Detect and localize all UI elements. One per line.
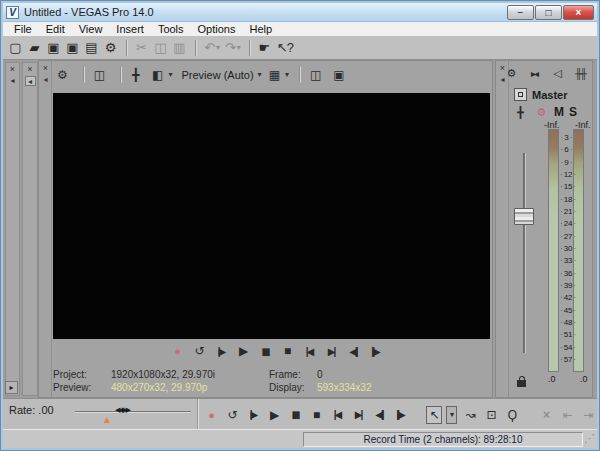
dim-output-speaker-icon[interactable]: ◁ — [549, 65, 565, 83]
next-frame-button[interactable]: ||▶ — [392, 406, 408, 424]
save-snapshot-button[interactable]: ▣ — [332, 66, 350, 84]
previous-frame-button[interactable]: ◀|| — [345, 342, 361, 360]
loop-playback-button[interactable]: ↺ — [224, 406, 240, 424]
meter-value-left: .0 — [548, 374, 556, 384]
zoom-edit-tool-button[interactable]: Ϙ — [504, 406, 520, 424]
collapsed-dock-window-2[interactable]: × ◂ — [22, 62, 38, 396]
split-screen-view-button[interactable]: ◧ ▾ — [151, 66, 173, 84]
mixer-panel-grip[interactable]: × ◂ — [496, 61, 509, 397]
save-project-button[interactable]: ▣ — [46, 39, 62, 57]
collapse-arrow-icon[interactable]: ◂ — [7, 76, 18, 86]
redo-button[interactable]: ↷ ▾ — [224, 39, 242, 57]
copy-snapshot-button[interactable]: ◫ — [309, 66, 327, 84]
save-as-button[interactable]: ▣ — [65, 39, 81, 57]
rate-slider-handle[interactable]: ◂◂▸▸ — [115, 403, 129, 416]
close-icon[interactable]: × — [7, 65, 18, 75]
title-bar[interactable]: V Untitled - VEGAS Pro 14.0 − □ × — [3, 3, 597, 22]
meter-tick: 48 — [559, 319, 574, 327]
normal-edit-tool-button[interactable]: ↖ — [426, 406, 442, 424]
previous-frame-button[interactable]: ◀|| — [371, 406, 387, 424]
menu-item-view[interactable]: View — [72, 22, 110, 36]
status-bar: Record Time (2 channels): 89:28:10 ⋰ — [3, 429, 597, 448]
paste-button[interactable]: ▥ — [172, 39, 188, 57]
preferences-gear-icon[interactable]: ⚙ — [103, 39, 119, 57]
project-video-properties-button[interactable]: ⚙ — [56, 66, 74, 84]
pause-button[interactable]: ▮▮ — [257, 342, 273, 360]
collapse-arrow-icon[interactable]: ◂ — [25, 76, 36, 86]
video-preview-panel: × ◂ ⚙ ◫ — [38, 60, 493, 398]
dock-area: × ◂ × ◂ ▸ × ◂ ⚙ — [3, 60, 597, 398]
menu-item-edit[interactable]: Edit — [39, 22, 72, 36]
resize-grip-icon[interactable]: ⋰ — [584, 432, 595, 445]
display-value: 593x334x32 — [317, 382, 372, 393]
project-properties-button[interactable]: ▤ — [84, 39, 100, 57]
loop-playback-button[interactable]: ↺ — [191, 342, 207, 360]
selection-edit-tool-button[interactable]: ⊡ — [483, 406, 499, 424]
video-output-fx-button[interactable]: ╋ — [130, 66, 146, 84]
collapsed-dock-window-1[interactable]: × ◂ — [5, 62, 20, 396]
rate-slider-track[interactable] — [75, 411, 191, 412]
external-monitor-button[interactable]: ◫ — [93, 66, 111, 84]
play-from-start-button[interactable]: |▶ — [245, 406, 261, 424]
downmix-output-button[interactable]: ▸◂ — [526, 65, 542, 83]
record-button[interactable]: ● — [169, 342, 185, 360]
record-time-readout: Record Time (2 channels): 89:28:10 — [303, 432, 583, 447]
new-project-button[interactable]: ▢ — [8, 39, 24, 57]
interactive-tutorials-button[interactable]: ☛ — [257, 39, 273, 57]
fader-mode-icon[interactable]: ╋ — [512, 105, 528, 119]
copy-button[interactable]: ◫ — [153, 39, 169, 57]
close-button[interactable]: × — [563, 5, 594, 20]
minimize-button[interactable]: − — [507, 5, 534, 20]
app-icon: V — [6, 6, 19, 19]
record-button[interactable]: ● — [203, 406, 219, 424]
insert-bus-faders-icon[interactable]: ╫╫ — [572, 65, 588, 83]
go-to-start-button[interactable]: |◀ — [329, 406, 345, 424]
preview-quality-dropdown[interactable]: Preview (Auto) ▾ — [178, 66, 262, 84]
meter-value-right: .0 — [580, 374, 588, 384]
meter-tick: 9 — [559, 159, 574, 167]
grid-overlay-button[interactable]: ▦ ▾ — [268, 66, 290, 84]
mixer-preferences-gear-icon[interactable]: ⚙ — [503, 65, 519, 83]
trim-end-button[interactable]: ⇥ — [580, 406, 596, 424]
go-to-end-button[interactable]: ▶| — [350, 406, 366, 424]
bus-fx-button[interactable]: ⚙ — [533, 105, 549, 119]
menu-item-help[interactable]: Help — [242, 22, 279, 36]
lock-icon[interactable] — [517, 373, 526, 391]
play-button[interactable]: ▶ — [266, 406, 282, 424]
volume-fader-handle[interactable] — [514, 208, 534, 225]
stop-button[interactable]: ■ — [308, 406, 324, 424]
menu-item-options[interactable]: Options — [191, 22, 243, 36]
whats-this-help-button[interactable]: ↖? — [276, 39, 296, 57]
undo-button[interactable]: ↶ ▾ — [203, 39, 221, 57]
mute-button[interactable]: M — [554, 105, 564, 119]
menu-item-file[interactable]: File — [7, 22, 39, 36]
pause-button[interactable]: ▮▮ — [287, 406, 303, 424]
cut-button[interactable]: ✂ — [134, 39, 150, 57]
go-to-start-button[interactable]: |◀ — [301, 342, 317, 360]
bottom-transport-bar: Rate: .00 ◂◂▸▸ ▲ ● ↺ |▶ ▶ ▮▮ ■ |◀ — [3, 398, 597, 429]
maximize-button[interactable]: □ — [535, 5, 562, 20]
application-window: V Untitled - VEGAS Pro 14.0 − □ × FileEd… — [0, 0, 600, 451]
next-frame-button[interactable]: ||▶ — [367, 342, 383, 360]
menu-item-insert[interactable]: Insert — [109, 22, 151, 36]
open-project-button[interactable]: ▰ — [27, 39, 43, 57]
solo-button[interactable]: S — [569, 105, 577, 119]
play-from-start-button[interactable]: |▶ — [213, 342, 229, 360]
volume-fader-track[interactable] — [523, 153, 525, 353]
close-icon[interactable]: × — [40, 64, 51, 74]
close-icon[interactable]: × — [25, 65, 36, 75]
collapse-arrow-icon[interactable]: ◂ — [40, 75, 51, 85]
edit-tool-dropdown[interactable]: ▾ — [446, 406, 457, 424]
envelope-edit-tool-button[interactable]: ↝ — [462, 406, 478, 424]
delete-button[interactable]: × — [538, 406, 554, 424]
preview-panel-grip[interactable]: × ◂ — [39, 61, 52, 397]
video-preview-canvas[interactable] — [53, 93, 490, 339]
menu-item-tools[interactable]: Tools — [151, 22, 191, 36]
project-label: Project: — [53, 369, 111, 380]
go-to-end-button[interactable]: ▶| — [323, 342, 339, 360]
expand-dock-button[interactable]: ▸ — [5, 381, 18, 394]
play-button[interactable]: ▶ — [235, 342, 251, 360]
bus-routing-button[interactable] — [514, 88, 527, 101]
trim-start-button[interactable]: ⇤ — [559, 406, 575, 424]
stop-button[interactable]: ■ — [279, 342, 295, 360]
